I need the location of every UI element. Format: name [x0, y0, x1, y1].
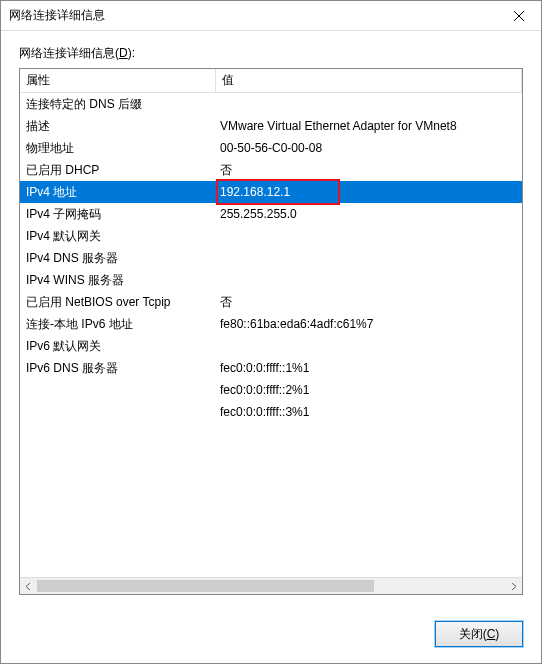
- scroll-thumb[interactable]: [37, 580, 374, 592]
- table-row[interactable]: fec0:0:0:ffff::3%1: [20, 401, 522, 423]
- close-label-post: ): [495, 627, 499, 641]
- scroll-track[interactable]: [37, 578, 505, 594]
- table-row[interactable]: 描述VMware Virtual Ethernet Adapter for VM…: [20, 115, 522, 137]
- column-value[interactable]: 值: [216, 69, 522, 92]
- details-label-pre: 网络连接详细信息(: [19, 46, 119, 60]
- details-label-post: ):: [128, 46, 135, 60]
- cell-value: VMware Virtual Ethernet Adapter for VMne…: [216, 119, 522, 133]
- window-title: 网络连接详细信息: [9, 7, 497, 24]
- titlebar: 网络连接详细信息: [1, 1, 541, 31]
- close-button[interactable]: [497, 1, 541, 31]
- table-row[interactable]: 连接-本地 IPv6 地址fe80::61ba:eda6:4adf:c61%7: [20, 313, 522, 335]
- cell-value: fec0:0:0:ffff::2%1: [216, 383, 522, 397]
- close-dialog-button[interactable]: 关闭(C): [435, 621, 523, 647]
- list-body[interactable]: 连接特定的 DNS 后缀描述VMware Virtual Ethernet Ad…: [20, 93, 522, 577]
- dialog-footer: 关闭(C): [1, 609, 541, 663]
- chevron-left-icon: [25, 583, 32, 590]
- table-row[interactable]: 物理地址00-50-56-C0-00-08: [20, 137, 522, 159]
- cell-property: IPv6 默认网关: [20, 338, 216, 355]
- table-row[interactable]: IPv4 默认网关: [20, 225, 522, 247]
- cell-value: 255.255.255.0: [216, 207, 522, 221]
- cell-property: 连接-本地 IPv6 地址: [20, 316, 216, 333]
- cell-value: 否: [216, 294, 522, 311]
- table-row[interactable]: IPv6 默认网关: [20, 335, 522, 357]
- table-row[interactable]: IPv4 子网掩码255.255.255.0: [20, 203, 522, 225]
- table-row[interactable]: 连接特定的 DNS 后缀: [20, 93, 522, 115]
- table-row[interactable]: IPv4 地址192.168.12.1: [20, 181, 522, 203]
- cell-property: IPv6 DNS 服务器: [20, 360, 216, 377]
- scroll-left-button[interactable]: [20, 578, 37, 594]
- table-row[interactable]: IPv4 WINS 服务器: [20, 269, 522, 291]
- cell-value: fec0:0:0:ffff::1%1: [216, 361, 522, 375]
- cell-value: 否: [216, 162, 522, 179]
- list-header: 属性 值: [20, 69, 522, 93]
- cell-value: 00-50-56-C0-00-08: [216, 141, 522, 155]
- table-row[interactable]: fec0:0:0:ffff::2%1: [20, 379, 522, 401]
- table-row[interactable]: 已启用 NetBIOS over Tcpip否: [20, 291, 522, 313]
- cell-property: IPv4 WINS 服务器: [20, 272, 216, 289]
- cell-property: IPv4 默认网关: [20, 228, 216, 245]
- cell-property: 已启用 DHCP: [20, 162, 216, 179]
- details-list: 属性 值 连接特定的 DNS 后缀描述VMware Virtual Ethern…: [19, 68, 523, 595]
- cell-value: fe80::61ba:eda6:4adf:c61%7: [216, 317, 522, 331]
- horizontal-scrollbar[interactable]: [20, 577, 522, 594]
- cell-property: IPv4 地址: [20, 184, 216, 201]
- details-label: 网络连接详细信息(D):: [19, 45, 523, 62]
- table-row[interactable]: IPv6 DNS 服务器fec0:0:0:ffff::1%1: [20, 357, 522, 379]
- cell-value: 192.168.12.1: [216, 185, 522, 199]
- dialog-window: 网络连接详细信息 网络连接详细信息(D): 属性 值 连接特定的 DNS 后缀描…: [0, 0, 542, 664]
- cell-property: 连接特定的 DNS 后缀: [20, 96, 216, 113]
- cell-property: 描述: [20, 118, 216, 135]
- content-area: 网络连接详细信息(D): 属性 值 连接特定的 DNS 后缀描述VMware V…: [1, 31, 541, 609]
- close-label-pre: 关闭(: [459, 627, 487, 641]
- cell-property: IPv4 DNS 服务器: [20, 250, 216, 267]
- table-row[interactable]: 已启用 DHCP否: [20, 159, 522, 181]
- cell-value: fec0:0:0:ffff::3%1: [216, 405, 522, 419]
- close-icon: [514, 11, 524, 21]
- details-label-key: D: [119, 46, 128, 60]
- scroll-right-button[interactable]: [505, 578, 522, 594]
- cell-property: IPv4 子网掩码: [20, 206, 216, 223]
- cell-property: 已启用 NetBIOS over Tcpip: [20, 294, 216, 311]
- chevron-right-icon: [510, 583, 517, 590]
- cell-property: 物理地址: [20, 140, 216, 157]
- table-row[interactable]: IPv4 DNS 服务器: [20, 247, 522, 269]
- column-property[interactable]: 属性: [20, 69, 216, 92]
